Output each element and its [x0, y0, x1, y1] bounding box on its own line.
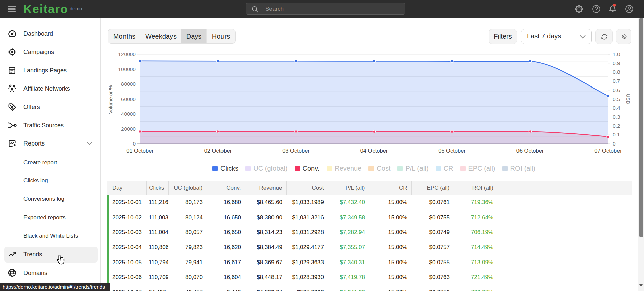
svg-text:120000: 120000 — [118, 51, 136, 57]
svg-text:0.9: 0.9 — [613, 60, 620, 66]
svg-text:0.5: 0.5 — [613, 96, 620, 102]
svg-text:02 October: 02 October — [204, 148, 232, 154]
svg-text:Volume or %: Volume or % — [108, 85, 113, 114]
svg-text:80000: 80000 — [121, 81, 136, 87]
svg-text:03 October: 03 October — [282, 148, 310, 154]
svg-text:0.7: 0.7 — [613, 78, 620, 84]
svg-text:0.8: 0.8 — [613, 69, 620, 75]
svg-text:07 October: 07 October — [594, 148, 622, 154]
svg-text:04 October: 04 October — [360, 148, 388, 154]
svg-text:0.3: 0.3 — [613, 114, 620, 120]
svg-text:USD: USD — [625, 94, 631, 104]
svg-text:20000: 20000 — [121, 126, 136, 132]
svg-text:1.0: 1.0 — [613, 51, 620, 57]
svg-text:0.4: 0.4 — [613, 105, 620, 111]
svg-text:0: 0 — [613, 141, 616, 147]
svg-text:0.6: 0.6 — [613, 87, 620, 93]
svg-text:0.1: 0.1 — [613, 132, 620, 137]
svg-text:40000: 40000 — [121, 111, 136, 117]
svg-text:06 October: 06 October — [516, 148, 544, 154]
svg-text:05 October: 05 October — [438, 148, 466, 154]
svg-text:0.2: 0.2 — [613, 123, 620, 129]
svg-text:100000: 100000 — [118, 66, 136, 72]
svg-text:60000: 60000 — [121, 96, 136, 102]
svg-text:0: 0 — [133, 141, 136, 147]
svg-text:01 October: 01 October — [126, 148, 154, 154]
